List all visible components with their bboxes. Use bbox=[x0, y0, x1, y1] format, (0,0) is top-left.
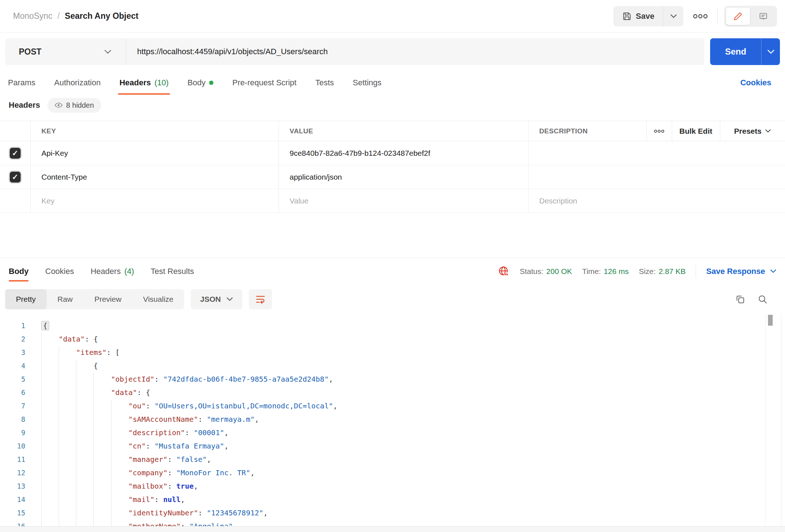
response-tab-body[interactable]: Body bbox=[9, 258, 29, 284]
page-scrollbar-track bbox=[781, 314, 781, 526]
url-input[interactable]: https://localhost:4459/api/v1/objects/AD… bbox=[126, 47, 328, 56]
response-body-editor: 1{2 "data": {3 "items": [4 {5 "objectId"… bbox=[0, 314, 785, 527]
header-value-cell[interactable]: application/json bbox=[279, 165, 528, 189]
code-line: 9 "description": "00001", bbox=[0, 426, 785, 439]
tab-label: Body bbox=[187, 78, 205, 87]
code-line: 10 "cn": "Mustafa Ermaya", bbox=[0, 439, 785, 453]
request-title-bar: MonoSync / Search Any Object Save bbox=[0, 0, 785, 33]
comments-button[interactable] bbox=[751, 8, 775, 25]
horizontal-scrollbar[interactable] bbox=[0, 526, 785, 532]
search-response-button[interactable] bbox=[755, 291, 771, 307]
save-options-button[interactable] bbox=[663, 6, 683, 26]
chevron-down-icon bbox=[226, 297, 233, 301]
tab-params[interactable]: Params bbox=[8, 78, 35, 95]
response-tab-test-results[interactable]: Test Results bbox=[151, 258, 194, 284]
chevron-down-icon bbox=[104, 50, 111, 54]
hidden-headers-toggle[interactable]: 8 hidden bbox=[47, 98, 101, 113]
header-value-cell[interactable]: 9ce840b7-82a6-47b9-b124-023487ebef2f bbox=[279, 141, 528, 165]
send-button[interactable]: Send bbox=[710, 38, 761, 65]
format-dropdown[interactable]: JSON bbox=[191, 289, 242, 309]
breadcrumb-collection[interactable]: MonoSync bbox=[13, 11, 52, 21]
code-line: 3 "items": [ bbox=[0, 346, 785, 359]
headers-section-title: Headers bbox=[9, 100, 40, 110]
new-header-value-field[interactable]: Value bbox=[279, 189, 528, 213]
tab-label: Params bbox=[8, 78, 35, 87]
request-url-bar: POST https://localhost:4459/api/v1/objec… bbox=[5, 38, 704, 65]
headers-table: KEY VALUE DESCRIPTION Bulk Edit Presets bbox=[0, 121, 785, 213]
save-response-button[interactable]: Save Response bbox=[706, 267, 776, 276]
wrap-text-button[interactable] bbox=[249, 289, 272, 309]
send-options-button[interactable] bbox=[761, 38, 780, 65]
time-indicator: Time: 126 ms bbox=[582, 267, 629, 276]
header-more-actions-button[interactable] bbox=[647, 129, 672, 133]
presets-cell: Presets bbox=[720, 121, 785, 141]
tab-label: Settings bbox=[353, 78, 382, 87]
view-preview-button[interactable]: Preview bbox=[84, 289, 132, 309]
line-number: 8 bbox=[0, 413, 25, 426]
bulk-edit-button[interactable]: Bulk Edit bbox=[672, 127, 720, 136]
header-enabled-checkbox[interactable] bbox=[10, 148, 21, 159]
new-header-key-field[interactable]: Key bbox=[30, 189, 279, 213]
tab-label: Tests bbox=[315, 78, 334, 87]
scrollbar-track bbox=[765, 314, 765, 527]
comment-icon bbox=[759, 12, 768, 21]
line-number: 2 bbox=[0, 332, 25, 346]
headers-count-badge: (10) bbox=[154, 78, 169, 87]
breadcrumb-request-title[interactable]: Search Any Object bbox=[65, 11, 139, 21]
line-number: 4 bbox=[0, 359, 25, 373]
header-description-cell[interactable] bbox=[528, 165, 785, 189]
header-enabled-checkbox[interactable] bbox=[10, 172, 21, 183]
view-pretty-button[interactable]: Pretty bbox=[5, 289, 47, 309]
save-icon bbox=[622, 12, 632, 21]
method-selector[interactable]: POST bbox=[5, 38, 126, 65]
column-header-key: KEY bbox=[30, 121, 279, 141]
search-icon bbox=[758, 294, 768, 304]
network-info-button[interactable] bbox=[498, 266, 510, 277]
checkbox-cell bbox=[0, 141, 30, 165]
save-button[interactable]: Save bbox=[614, 6, 663, 26]
tab-body[interactable]: Body bbox=[187, 78, 213, 95]
line-number: 7 bbox=[0, 399, 25, 413]
header-key-cell[interactable]: Content-Type bbox=[30, 165, 279, 189]
tab-label: Body bbox=[9, 267, 29, 276]
copy-response-button[interactable] bbox=[732, 291, 748, 307]
size-indicator: Size: 2.87 KB bbox=[639, 267, 686, 276]
edit-mode-button[interactable] bbox=[726, 8, 750, 25]
line-number: 3 bbox=[0, 346, 25, 359]
cookies-link[interactable]: Cookies bbox=[740, 78, 771, 87]
status-indicator: Status: 200 OK bbox=[520, 267, 572, 276]
tab-tests[interactable]: Tests bbox=[315, 78, 334, 95]
vertical-scrollbar-thumb[interactable] bbox=[768, 315, 773, 326]
tab-pre-request-script[interactable]: Pre-request Script bbox=[232, 78, 296, 95]
code-line: 14 "mail": null, bbox=[0, 493, 785, 506]
response-tab-cookies[interactable]: Cookies bbox=[45, 258, 74, 284]
header-description-cell[interactable] bbox=[528, 141, 785, 165]
line-number: 9 bbox=[0, 426, 25, 439]
tab-authorization[interactable]: Authorization bbox=[54, 78, 101, 95]
tab-label: Headers bbox=[90, 267, 120, 276]
tab-headers[interactable]: Headers (10) bbox=[119, 78, 169, 95]
api-client-window: MonoSync / Search Any Object Save bbox=[0, 0, 785, 532]
divider bbox=[696, 265, 696, 278]
view-visualize-button[interactable]: Visualize bbox=[132, 289, 184, 309]
code-line: 8 "sAMAccountName": "mermaya.m", bbox=[0, 413, 785, 426]
presets-dropdown[interactable]: Presets bbox=[720, 127, 785, 136]
line-number: 5 bbox=[0, 373, 25, 386]
code-lines: 1{2 "data": {3 "items": [4 {5 "objectId"… bbox=[0, 319, 785, 527]
response-view-controls: Pretty Raw Preview Visualize JSON bbox=[5, 289, 780, 310]
column-header-description: DESCRIPTION bbox=[528, 121, 646, 141]
tab-label: Test Results bbox=[151, 267, 194, 276]
new-header-description-field[interactable]: Description bbox=[528, 189, 785, 213]
wrap-text-icon bbox=[255, 294, 266, 305]
request-tabs: Params Authorization Headers (10) Body P… bbox=[0, 70, 785, 95]
request-builder: POST https://localhost:4459/api/v1/objec… bbox=[0, 33, 785, 70]
header-key-cell[interactable]: Api-Key bbox=[30, 141, 279, 165]
view-raw-button[interactable]: Raw bbox=[47, 289, 84, 309]
header-row-content-type: Content-Type application/json bbox=[0, 165, 785, 189]
chevron-down-icon bbox=[770, 269, 776, 273]
code-line: 6 "data": { bbox=[0, 386, 785, 399]
response-tab-headers[interactable]: Headers (4) bbox=[90, 258, 134, 284]
more-options-button[interactable] bbox=[690, 10, 711, 22]
size-label: Size: bbox=[639, 267, 656, 276]
tab-settings[interactable]: Settings bbox=[353, 78, 382, 95]
